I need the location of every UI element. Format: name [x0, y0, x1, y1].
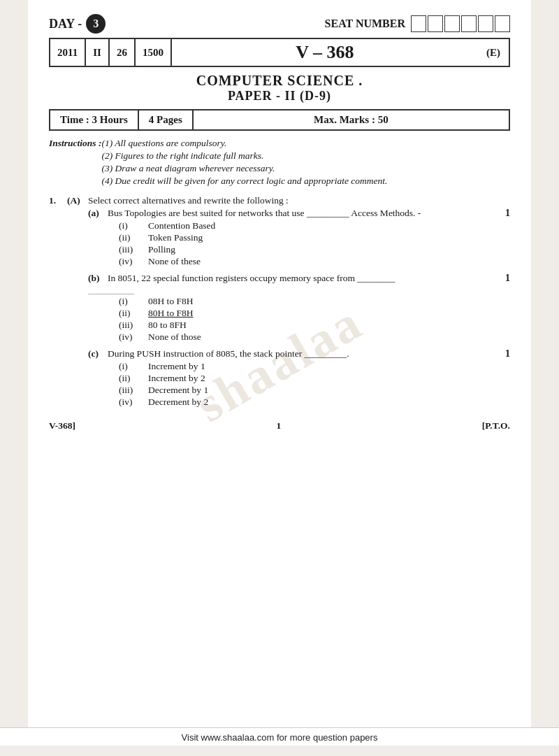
sub-a: (a) Bus Topologies are best suited for n… — [88, 208, 510, 219]
sub-a-marks: 1 — [505, 208, 510, 219]
sub-a-option-4: (iv) None of these — [119, 256, 510, 267]
sub-c: (c) During PUSH instruction of 8085, the… — [88, 348, 510, 359]
sub-c-marks: 1 — [505, 348, 510, 359]
option-num-biv: (iv) — [119, 331, 144, 343]
option-text-civ: Decrement by 2 — [148, 397, 208, 408]
sub-b-marks: 1 — [505, 273, 510, 284]
option-text-aiv: None of these — [148, 256, 201, 267]
option-num-ciii: (iii) — [119, 385, 144, 396]
sub-b-option-4: (iv) None of those — [119, 331, 510, 343]
option-num-bi: (i) — [119, 296, 144, 307]
seat-box-4 — [461, 15, 477, 32]
option-text-ciii: Decrement by 1 — [148, 385, 208, 396]
instruction-2: (2) Figures to the right indicate full m… — [101, 150, 387, 162]
option-text-bii: 80H to F8H — [148, 308, 194, 319]
option-num-bii: (ii) — [119, 308, 144, 319]
sub-c-option-1: (i) Increment by 1 — [119, 361, 510, 372]
q1-part-a-text: Select correct alternatives and rewrite … — [88, 195, 510, 206]
sub-c-label: (c) — [88, 348, 103, 359]
option-text-cii: Increment by 2 — [148, 373, 205, 384]
seat-number-section: SEAT NUMBER — [325, 15, 510, 32]
option-text-ci: Increment by 1 — [148, 361, 205, 372]
q1-num: 1. — [49, 195, 61, 206]
option-num-cii: (ii) — [119, 373, 144, 384]
sub-c-option-4: (iv) Decrement by 2 — [119, 397, 510, 408]
sub-b-option-3: (iii) 80 to 8FH — [119, 320, 510, 331]
seat-box-6 — [495, 15, 510, 32]
instruction-1: (1) All questions are compulsory. — [101, 138, 387, 149]
option-num-aiii: (iii) — [119, 244, 144, 255]
subject-title: COMPUTER SCIENCE . PAPER - II (D-9) — [49, 73, 510, 104]
sub-b-label: (b) — [88, 273, 103, 284]
sub-a-option-3: (iii) Polling — [119, 244, 510, 255]
instructions-list: (1) All questions are compulsory. (2) Fi… — [101, 138, 387, 188]
instruction-4: (4) Due credit will be given for any cor… — [101, 176, 387, 187]
exam-code: V – 368 — [172, 39, 478, 66]
sub-c-option-3: (iii) Decrement by 1 — [119, 385, 510, 396]
sub-b-text: In 8051, 22 special function registers o… — [108, 273, 395, 284]
seat-box-5 — [478, 15, 493, 32]
shaalaa-text: Visit www.shaalaa.com for more question … — [182, 732, 378, 743]
sub-b-option-1: (i) 08H to F8H — [119, 296, 510, 307]
exam-lang: (E) — [478, 39, 509, 66]
seat-box-1 — [411, 15, 426, 32]
sub-a-option-2: (ii) Token Passing — [119, 232, 510, 243]
option-num-aiv: (iv) — [119, 256, 144, 267]
sub-a-text: Bus Topologies are best suited for netwo… — [108, 208, 421, 219]
option-text-aiii: Polling — [148, 244, 175, 255]
footer-center: 1 — [75, 420, 482, 432]
seat-number-label: SEAT NUMBER — [325, 17, 405, 30]
roman-cell: II — [86, 39, 110, 66]
instructions-label: Instructions : — [49, 138, 101, 188]
day-section: DAY - 3 — [49, 14, 106, 34]
instructions-section: Instructions : (1) All questions are com… — [49, 138, 510, 188]
option-num-ai: (i) — [119, 220, 144, 231]
sub-b-option-2: (ii) 80H to F8H — [119, 308, 510, 319]
sub-a-option-1: (i) Contention Based — [119, 220, 510, 231]
footer-left: V-368] — [49, 420, 75, 432]
sub-b: (b) In 8051, 22 special function registe… — [88, 273, 510, 284]
sub-b-blank-line: ___________ — [88, 285, 510, 296]
subject-title-main: COMPUTER SCIENCE . — [49, 73, 510, 89]
option-num-ci: (i) — [119, 361, 144, 372]
day-label: DAY - — [49, 17, 82, 31]
exam-info-bar: 2011 II 26 1500 V – 368 (E) — [49, 38, 510, 67]
option-text-biii: 80 to 8FH — [148, 320, 187, 331]
seat-box-3 — [444, 15, 460, 32]
question-section: 1. (A) Select correct alternatives and r… — [49, 195, 510, 408]
q1-main: 1. (A) Select correct alternatives and r… — [49, 195, 510, 206]
option-text-bi: 08H to F8H — [148, 296, 194, 307]
option-text-biv: None of those — [148, 331, 201, 343]
seat-boxes — [411, 15, 510, 32]
footer-right: [P.T.O. — [482, 420, 510, 432]
q1-part-a-label: (A) — [67, 195, 82, 206]
pages-cell: 4 Pages — [139, 110, 194, 129]
option-num-aii: (ii) — [119, 232, 144, 243]
year-cell: 2011 — [50, 39, 86, 66]
num-cell: 26 — [110, 39, 136, 66]
time-bar: Time : 3 Hours 4 Pages Max. Marks : 50 — [49, 109, 510, 131]
option-num-biii: (iii) — [119, 320, 144, 331]
seat-box-2 — [428, 15, 443, 32]
page-footer: V-368] 1 [P.T.O. — [49, 420, 510, 432]
sub-c-text: During PUSH instruction of 8085, the sta… — [108, 348, 349, 359]
option-num-civ: (iv) — [119, 397, 144, 408]
option-text-ai: Contention Based — [148, 220, 215, 231]
time-cell: Time : 3 Hours — [50, 110, 139, 129]
subject-title-sub: PAPER - II (D-9) — [49, 89, 510, 104]
option-text-aii: Token Passing — [148, 232, 203, 243]
sub-a-label: (a) — [88, 208, 103, 219]
instruction-3: (3) Draw a neat diagram wherever necessa… — [101, 163, 387, 174]
shaalaa-footer: Visit www.shaalaa.com for more question … — [0, 727, 559, 746]
day-number: 3 — [86, 14, 106, 34]
code-small-cell: 1500 — [136, 39, 172, 66]
sub-c-option-2: (ii) Increment by 2 — [119, 373, 510, 384]
marks-cell: Max. Marks : 50 — [194, 110, 509, 129]
